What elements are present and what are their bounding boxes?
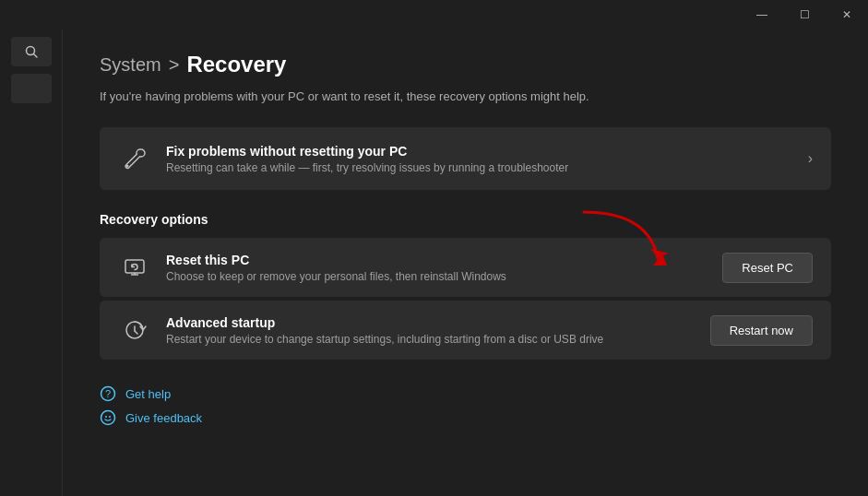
advanced-startup-title: Advanced startup: [166, 315, 710, 330]
advanced-startup-text: Advanced startup Restart your device to …: [166, 315, 710, 346]
fix-icon: [118, 142, 151, 175]
fix-card-text: Fix problems without resetting your PC R…: [166, 144, 793, 174]
reset-pc-card: Reset this PC Choose to keep or remove y…: [100, 238, 831, 297]
svg-point-13: [101, 411, 115, 425]
content-area: System > Recovery If you're having probl…: [63, 30, 868, 496]
svg-point-15: [109, 416, 111, 418]
restart-now-button[interactable]: Restart now: [710, 315, 813, 346]
fix-card-desc: Resetting can take a while — first, try …: [166, 161, 793, 174]
page-subtitle: If you're having problems with your PC o…: [100, 89, 831, 105]
reset-pc-text: Reset this PC Choose to keep or remove y…: [166, 253, 722, 283]
section-title: Recovery options: [100, 212, 831, 227]
reset-pc-desc: Choose to keep or remove your personal f…: [166, 270, 722, 283]
close-button[interactable]: ✕: [826, 0, 868, 30]
reset-pc-button[interactable]: Reset PC: [722, 253, 813, 283]
startup-icon: [122, 317, 148, 343]
svg-point-14: [105, 416, 107, 418]
chevron-right-icon: ›: [808, 150, 813, 167]
wrench-icon: [122, 146, 148, 171]
footer-links: ? Get help Give feedback: [100, 385, 831, 426]
get-help-link[interactable]: ? Get help: [100, 385, 831, 402]
breadcrumb-separator: >: [169, 54, 180, 76]
svg-line-10: [135, 331, 137, 334]
advanced-startup-icon: [118, 313, 151, 347]
sidebar-nav-item[interactable]: [11, 74, 52, 103]
search-button[interactable]: [11, 37, 52, 66]
search-icon: [24, 44, 39, 59]
svg-point-2: [126, 165, 129, 168]
get-help-icon: ?: [100, 385, 116, 402]
advanced-startup-card: Advanced startup Restart your device to …: [100, 301, 831, 360]
advanced-startup-desc: Restart your device to change startup se…: [166, 333, 710, 346]
reset-icon: [118, 251, 151, 284]
pc-reset-icon: [122, 254, 148, 280]
breadcrumb-system: System: [100, 54, 161, 76]
main-layout: System > Recovery If you're having probl…: [0, 30, 868, 496]
breadcrumb: System > Recovery: [100, 52, 831, 77]
sidebar: [0, 30, 63, 496]
svg-line-1: [33, 54, 37, 58]
fix-problems-card[interactable]: Fix problems without resetting your PC R…: [100, 127, 831, 190]
reset-pc-title: Reset this PC: [166, 253, 722, 267]
give-feedback-link[interactable]: Give feedback: [100, 409, 831, 426]
give-feedback-label: Give feedback: [125, 411, 202, 425]
get-help-label: Get help: [125, 387, 171, 401]
svg-text:?: ?: [105, 388, 111, 399]
title-bar: — ☐ ✕: [0, 0, 868, 30]
breadcrumb-current: Recovery: [186, 52, 286, 77]
give-feedback-icon: [100, 409, 116, 426]
minimize-button[interactable]: —: [741, 0, 783, 30]
maximize-button[interactable]: ☐: [783, 0, 826, 30]
fix-card-title: Fix problems without resetting your PC: [166, 144, 793, 159]
